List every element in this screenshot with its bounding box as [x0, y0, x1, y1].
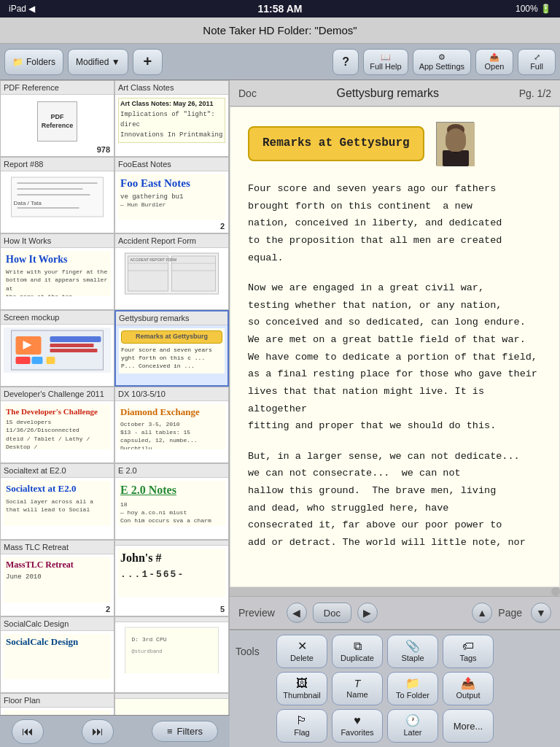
open-label: Open [485, 62, 505, 71]
note-item-accident-report[interactable]: Accident Report Form ACCIDENT REPORT FOR… [114, 233, 229, 310]
svg-rect-8 [172, 256, 216, 291]
svg-text:@sturdband: @sturdband [132, 649, 163, 654]
note-item-johns[interactable]: John's # ...1-565- 5 [114, 540, 229, 616]
tools-row-3: Tools 🏳 Flag ♥ Favorites 🕐 Later More... [236, 709, 554, 743]
open-button[interactable]: 📤 Open [475, 49, 513, 75]
preview-next-button[interactable]: ▶ [357, 603, 378, 623]
bottom-bar: ⏮ ⏭ ≡ Filters [0, 715, 230, 747]
folder-icon: 📁 [12, 57, 23, 67]
staple-button[interactable]: 📎 Staple [387, 635, 438, 668]
app-title: Note Taker HD Folder: "Demos" [203, 24, 357, 36]
main-content: PDF Reference PDF Reference 978 Art Clas… [0, 80, 560, 747]
full-button[interactable]: ⤢ Full [518, 49, 556, 75]
name-button[interactable]: T Name [332, 672, 383, 705]
add-button[interactable]: + [133, 49, 163, 75]
note-preview: SocialCalc Design [1, 631, 114, 682]
preview-prev-button[interactable]: ◀ [287, 603, 307, 623]
status-time: 11:58 AM [258, 3, 303, 15]
modified-label: Modified ▼ [76, 57, 120, 67]
note-title [115, 694, 228, 699]
modified-button[interactable]: Modified ▼ [68, 49, 128, 75]
note-item-mass-tlc[interactable]: Mass TLC Retreat MassTLC Retreat June 20… [0, 540, 114, 616]
full-help-button[interactable]: 📖 Full Help [363, 49, 408, 75]
later-label: Later [403, 728, 421, 737]
note-item-art-class[interactable]: Art Class Notes Art Class Notes: May 26,… [114, 80, 229, 157]
note-item-dx10[interactable]: DX 10/3-5/10 Diamond Exchange October 3-… [114, 387, 229, 463]
note-item-screen-mockup[interactable]: Screen mockup [0, 310, 114, 387]
note-item-gettysburg[interactable]: Gettysburg remarks Remarks at Gettysburg… [114, 310, 229, 387]
tags-label: Tags [459, 654, 476, 662]
note-title: Gettysburg remarks [116, 311, 228, 325]
filters-button[interactable]: ≡ Filters [152, 721, 218, 742]
svg-text:ACCIDENT REPORT FORM: ACCIDENT REPORT FORM [131, 258, 177, 262]
doc-title: Gettysburg remarks [268, 87, 508, 100]
toolbar: 📁 Folders Modified ▼ + ? 📖 Full Help ⚙ A… [0, 44, 560, 80]
note-title: Socialtext at E2.0 [1, 464, 114, 478]
page-prev-button[interactable]: ▲ [472, 603, 492, 623]
heart-icon: ♥ [354, 715, 361, 727]
thumbnail-label: Thumbnail [283, 691, 320, 700]
output-button[interactable]: 📤 Output [443, 672, 494, 705]
tools-row-2: Tools 🖼 Thumbnail T Name 📁 To Folder 📤 O… [236, 672, 554, 705]
page-label: Page [498, 607, 522, 619]
note-preview: PDF Reference [1, 95, 114, 146]
duplicate-icon: ⧉ [354, 640, 362, 652]
note-item-socialtext[interactable]: Socialtext at E2.0 Socialtext at E2.0 So… [0, 463, 114, 540]
filters-label: Filters [177, 726, 203, 737]
svg-rect-20 [50, 336, 101, 342]
prev-icon: ⏮ [22, 725, 34, 738]
doc-mode-button[interactable]: Doc [313, 603, 351, 623]
duplicate-button[interactable]: ⧉ Duplicate [332, 635, 383, 668]
thumbnail-button[interactable]: 🖼 Thumbnail [276, 672, 327, 705]
tags-button[interactable]: 🏷 Tags [443, 635, 494, 668]
note-badge: 978 [97, 145, 110, 154]
note-preview: John's # ...1-565- [115, 546, 228, 597]
note-paragraph-1: Four score and seven years ago our fathe… [248, 180, 542, 266]
to-folder-icon: 📁 [405, 678, 420, 689]
note-preview: E 2.0 Notes 18— hoy a.co.ni miustCon him… [115, 478, 228, 529]
favorites-label: Favorites [341, 728, 373, 737]
notes-grid: PDF Reference PDF Reference 978 Art Clas… [0, 80, 229, 747]
svg-point-35 [452, 145, 459, 150]
more-button[interactable]: More... [443, 709, 494, 743]
svg-point-28 [448, 128, 463, 146]
svg-rect-22 [50, 349, 98, 352]
note-item-how-it-works[interactable]: How It Works How It Works Write with you… [0, 233, 114, 310]
doc-header: Doc Gettysburg remarks Pg. 1/2 [230, 80, 560, 107]
favorites-button[interactable]: ♥ Favorites [332, 709, 383, 743]
help-button[interactable]: ? [332, 49, 359, 75]
name-icon: T [354, 678, 361, 689]
page-next-button[interactable]: ▼ [531, 603, 551, 623]
output-label: Output [456, 691, 480, 700]
note-preview: How It Works Write with your finger at t… [1, 248, 114, 299]
svg-rect-21 [50, 344, 94, 347]
flag-button[interactable]: 🏳 Flag [276, 709, 327, 743]
prev-button[interactable]: ⏮ [12, 719, 44, 744]
delete-button[interactable]: ✕ Delete [276, 635, 327, 668]
svg-point-33 [459, 137, 462, 141]
note-item-e20[interactable]: E 2.0 E 2.0 Notes 18— hoy a.co.ni miustC… [114, 463, 229, 540]
tools-bar: Tools ✕ Delete ⧉ Duplicate 📎 Staple 🏷 Ta… [230, 630, 560, 747]
note-item-dev-challenge[interactable]: Developer's Challenge 2011 The Developer… [0, 387, 114, 463]
folders-label: Folders [26, 57, 55, 67]
duplicate-label: Duplicate [341, 654, 374, 662]
note-item-report88[interactable]: Report #88 Data / Tata [0, 157, 114, 233]
tools-row-1: Tools ✕ Delete ⧉ Duplicate 📎 Staple 🏷 Ta… [236, 635, 554, 668]
app-settings-button[interactable]: ⚙ App Settings [413, 49, 471, 75]
next-icon: ⏭ [92, 725, 104, 738]
expand-icon: ⤢ [534, 53, 540, 62]
note-item-fooeast[interactable]: FooEast Notes Foo East Notes ve gatherin… [114, 157, 229, 233]
note-title: Report #88 [1, 158, 114, 171]
note-item-socialcalc[interactable]: SocialCalc Design SocialCalc Design [0, 616, 114, 693]
note-item-pdf-reference[interactable]: PDF Reference PDF Reference 978 [0, 80, 114, 157]
later-button[interactable]: 🕐 Later [387, 709, 438, 743]
left-panel: PDF Reference PDF Reference 978 Art Clas… [0, 80, 230, 747]
note-title: Accident Report Form [115, 234, 228, 248]
folders-button[interactable]: 📁 Folders [4, 49, 63, 75]
to-folder-button[interactable]: 📁 To Folder [387, 672, 438, 705]
note-title: Art Class Notes [115, 81, 228, 95]
next-button[interactable]: ⏭ [82, 719, 114, 744]
to-folder-label: To Folder [396, 691, 429, 700]
delete-label: Delete [290, 654, 314, 662]
note-item-sketch2[interactable]: D: 3rd CPU @sturdband [114, 616, 229, 693]
